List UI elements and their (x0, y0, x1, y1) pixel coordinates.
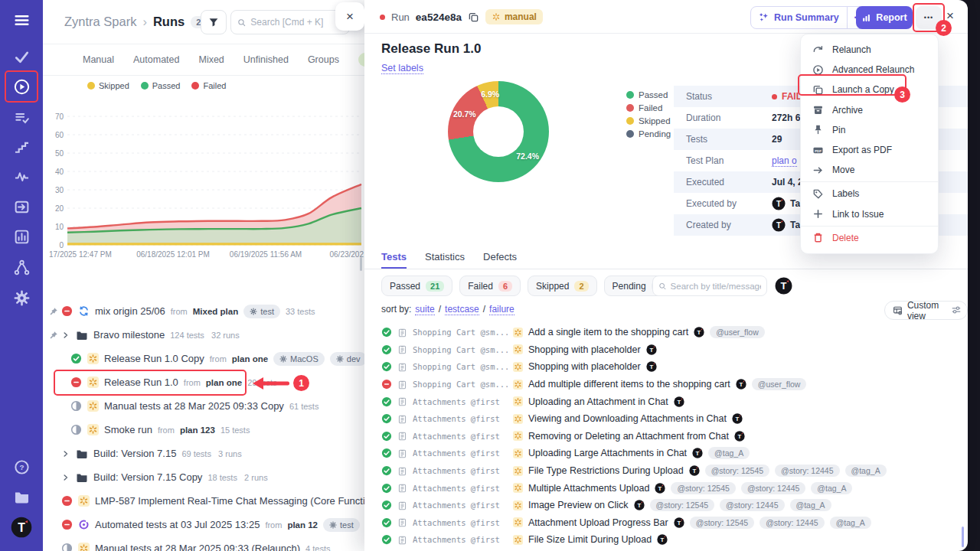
filter-chip-skipped[interactable]: Skipped2 (528, 276, 597, 296)
user-avatar[interactable]: T (11, 517, 32, 538)
test-tag[interactable]: @story: 12545 (671, 482, 735, 494)
tests-search-input[interactable] (671, 282, 761, 291)
run-list-item[interactable]: LMP-587 Implement Real-Time Chat Messagi… (43, 489, 364, 513)
run-list-item[interactable]: Automated tests at 03 Jul 2025 13:25 fro… (43, 513, 364, 536)
run-title[interactable]: Release Run 1.0 Copy (104, 353, 204, 364)
test-title[interactable]: Viewing and Downloading Attachments in C… (528, 413, 727, 424)
check-icon[interactable] (6, 41, 37, 71)
chevron-right-icon[interactable] (61, 331, 70, 340)
test-tag[interactable]: @story: 12445 (760, 517, 824, 529)
test-list-item[interactable]: Attachments @first File Type Restriction… (364, 462, 960, 480)
panel-close-button[interactable]: × (335, 2, 364, 31)
report-button[interactable]: Report (856, 6, 913, 29)
projects-folder-icon[interactable] (6, 481, 37, 512)
test-title[interactable]: Shopping with placeholder (528, 361, 641, 372)
test-list-item[interactable]: Attachments @first Viewing and Downloadi… (364, 410, 960, 428)
right-scrollbar-thumb[interactable] (962, 527, 964, 547)
menu-icon[interactable] (6, 5, 37, 35)
menu-item-labels[interactable]: Labels (801, 184, 938, 204)
set-labels-link[interactable]: Set labels (381, 63, 423, 74)
chevron-right-icon[interactable] (61, 473, 70, 482)
reports-chart-icon[interactable] (6, 221, 37, 252)
test-title[interactable]: Shopping with placeholder (528, 344, 641, 355)
run-list-item[interactable]: Manual tests at 28 Mar 2025 09:33 Copy 6… (43, 394, 364, 418)
menu-item-move[interactable]: Move (801, 160, 938, 180)
run-list-item[interactable]: Release Run 1.0 Copy from plan one MacOS… (43, 347, 364, 370)
test-tag[interactable]: @tag_A (811, 482, 852, 494)
help-icon[interactable]: ? (6, 452, 37, 482)
run-title[interactable]: Build: Version 7.15 (93, 448, 176, 459)
shared-steps-icon[interactable] (6, 131, 37, 161)
run-plan-link[interactable]: plan 123 (180, 425, 215, 435)
test-title[interactable]: Uploading Large Attachments in Chat (528, 448, 687, 458)
tab-tests[interactable]: Tests (381, 251, 407, 269)
run-list-item[interactable]: Build: Version 7.15 Copy 18 tests 2 runs (43, 465, 364, 489)
test-title[interactable]: Image Preview on Click (528, 500, 629, 510)
test-list-item[interactable]: Attachments @first File Size Limit Durin… (364, 531, 960, 549)
menu-item-delete[interactable]: Delete (801, 228, 938, 248)
run-list-item[interactable]: Smoke run from plan 123 15 tests (43, 418, 364, 442)
run-title[interactable]: Smoke run (104, 424, 152, 435)
run-list-item[interactable]: Bravo milestone 124 tests 32 runs (43, 323, 364, 347)
run-plan-link[interactable]: plan one (232, 354, 268, 364)
test-list-item[interactable]: Shopping Cart @sm... Add a single item t… (364, 324, 960, 341)
test-title[interactable]: Uploading an Attachment in Chat (528, 396, 668, 407)
activity-pulse-icon[interactable] (6, 161, 37, 191)
test-title[interactable]: Add multiple different items to the shop… (528, 379, 730, 390)
menu-item-link-to-issue[interactable]: Link to Issue (801, 204, 938, 224)
menu-item-relaunch[interactable]: Relaunch (801, 40, 938, 60)
run-title[interactable]: Automated tests at 03 Jul 2025 13:25 (95, 519, 260, 530)
tab-defects[interactable]: Defects (483, 251, 517, 269)
run-list-item[interactable]: mix origin 25/06 from Mixed plan test33 … (43, 299, 364, 323)
run-plan-link[interactable]: Mixed plan (193, 307, 238, 316)
run-title[interactable]: Build: Version 7.15 Copy (93, 471, 202, 483)
test-tag[interactable]: @tag_A (830, 517, 871, 529)
test-title[interactable]: Add a single item to the shopping cart (528, 327, 688, 337)
test-tag[interactable]: @user_flow (710, 326, 765, 338)
sort-by-suite[interactable]: suite (415, 304, 434, 315)
chevron-right-icon[interactable] (61, 449, 70, 458)
test-list-item[interactable]: Shopping Cart @sm... Shopping with place… (364, 358, 960, 376)
test-list-item[interactable]: Attachments @first Uploading Large Attac… (364, 445, 960, 462)
sort-by-failure[interactable]: failure (489, 304, 514, 315)
menu-item-export-as-pdf[interactable]: PDFExport as PDF (801, 140, 938, 160)
test-title[interactable]: Multiple Attachments Upload (528, 483, 649, 494)
copy-icon[interactable] (468, 11, 479, 23)
test-list-item[interactable]: Attachments @first Uploading an Attachme… (364, 393, 960, 410)
test-list-item[interactable]: Attachments @first Attachment Upload Pro… (364, 514, 960, 532)
run-list-item[interactable]: Build: Version 7.15 69 tests 3 runs (43, 442, 364, 465)
test-title[interactable]: File Type Restrictions During Upload (528, 465, 684, 476)
run-list-item[interactable]: Manual tests at 28 Mar 2025 09:33 (Relau… (43, 536, 364, 551)
test-list-item[interactable]: Attachments @first Removing or Deleting … (364, 428, 960, 445)
run-title[interactable]: Bravo milestone (93, 329, 165, 341)
assignee-avatar[interactable]: T (775, 277, 792, 295)
view-settings-icon[interactable] (951, 305, 962, 315)
run-plan-link[interactable]: plan 12 (287, 520, 318, 530)
test-tag[interactable]: @tag_A (845, 465, 887, 477)
run-title[interactable]: Manual tests at 28 Mar 2025 09:33 Copy (104, 400, 284, 412)
test-tag[interactable]: @story: 12445 (741, 482, 805, 494)
test-list-item[interactable]: Attachments @first Multiple Attachments … (364, 479, 960, 497)
sort-by-testcase[interactable]: testcase (445, 304, 479, 315)
test-list-item[interactable]: Shopping Cart @sm... Shopping with place… (364, 341, 960, 359)
run-title[interactable]: mix origin 25/06 (95, 305, 165, 317)
menu-item-pin[interactable]: Pin (801, 120, 938, 140)
test-list-item[interactable]: Attachments @first Image Preview on Clic… (364, 497, 960, 514)
test-title[interactable]: Removing or Deleting an Attachment from … (528, 431, 729, 442)
run-title[interactable]: LMP-587 Implement Real-Time Chat Messagi… (95, 495, 364, 507)
test-tag[interactable]: @story: 12545 (705, 465, 769, 477)
filter-chip-failed[interactable]: Failed6 (459, 276, 521, 296)
test-title[interactable]: File Size Limit During Upload (528, 534, 652, 545)
test-tag[interactable]: @tag_A (708, 447, 750, 459)
milestones-branch-icon[interactable] (6, 252, 37, 282)
test-title[interactable]: Attachment Upload Progress Bar (528, 517, 668, 528)
test-tag[interactable]: @user_flow (752, 378, 807, 390)
test-tag[interactable]: @story: 12545 (690, 517, 754, 529)
test-list-item[interactable]: Shopping Cart @sm... Add multiple differ… (364, 376, 960, 393)
field-value[interactable]: plan o (772, 155, 797, 167)
filter-chip-passed[interactable]: Passed21 (381, 276, 452, 296)
test-tag[interactable]: @story: 12445 (775, 465, 839, 477)
tab-statistics[interactable]: Statistics (425, 251, 465, 269)
run-summary-button[interactable]: Run Summary ••• (750, 6, 871, 29)
test-cases-icon[interactable] (6, 102, 37, 132)
